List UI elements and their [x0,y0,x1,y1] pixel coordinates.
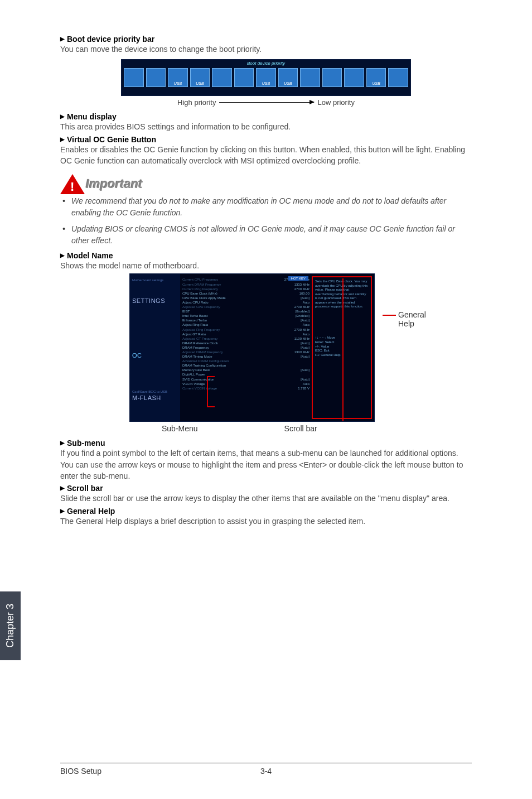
important-label: Important [86,177,142,191]
heading-general: General Help [60,507,472,516]
boot-device-icon: USB [366,68,386,87]
nav-hints: ↑↓→←: MoveEnter: Select+/-: ValueESC: Ex… [315,336,369,358]
boot-device-icon [212,68,232,87]
heading-model: Model Name [60,251,472,260]
boot-priority-bar: Boot device priority USBUSBUSBUSBUSB [121,59,411,96]
warning-icon [60,174,85,194]
bios-setting-row: Adjust CPU RatioAuto [182,300,309,305]
bios-setting-row: DRAM Frequency[Auto] [182,345,309,350]
bios-setting-row: Adjusted GT Frequency1100 MHz [182,336,309,341]
boot-device-icon [234,68,254,87]
bios-setting-row: Current Ring Frequency2700 MHz [182,287,309,291]
chapter-tab: Chapter 3 [0,591,21,660]
boot-device-icon [388,68,408,87]
bios-setting-row: VCCIN VoltageAuto [182,382,309,386]
important-note-2: Updating BIOS or clearing CMOS is not al… [71,223,472,247]
hotkey-badge: HOT KEY [288,276,308,281]
left-settings: SETTINGS [132,297,178,304]
bios-left-bar: Motherboard settings SETTINGS OC Cool/Sa… [130,274,180,421]
heading-virtual: Virtual OC Genie Button [60,135,472,144]
boot-device-icon: USB [278,68,298,87]
general-help-box: Sets the CPU Base clock. You may overclo… [312,276,372,419]
bios-setting-row: CPU Base Clock (MHz)100.00 [182,291,309,296]
para-general: The General Help displays a brief descri… [60,516,472,527]
scrollbar-highlight [342,278,344,421]
boot-device-icon [124,68,144,87]
footer-title: BIOS Setup [60,767,101,776]
bios-setting-row: DRAM Training Configuration [182,363,309,368]
scrollbar-caption: Scroll bar [284,424,317,433]
bios-screenshot: HOT KEY Motherboard settings SETTINGS OC… [129,273,375,422]
bios-settings-list: Current CPU Frequency27 x 100.00 MHzCurr… [180,274,312,421]
left-coolsave: Cool/Save BOC to USB [132,390,178,393]
bios-setting-row: Memory Fast Boot[Auto] [182,368,309,372]
bios-setting-row: Adjust GT RatioAuto [182,332,309,336]
bios-setting-row: Intel Turbo Boost[Enabled] [182,314,309,318]
boot-device-icon: USB [168,68,188,87]
bios-setting-row: Adjusted CPU Frequency2700 MHz [182,305,309,309]
bios-setting-row: Adjust Ring RatioAuto [182,323,309,327]
bios-setting-row: Current VCCIN Voltage1.728 V [182,386,309,391]
submenu-caption: Sub-Menu [162,424,198,433]
bios-setting-row: DRAM Reference Clock[Auto] [182,341,309,345]
footer-page: 3-4 [260,767,272,776]
priority-arrow [219,102,314,103]
para-model: Shows the model name of motherboard. [60,260,472,271]
low-priority-label: Low priority [317,98,354,107]
bios-setting-row: DigitALL Power [182,372,309,377]
left-motherboard: Motherboard settings [132,278,178,282]
bios-setting-row: Current DRAM Frequency1333 MHz [182,282,309,287]
bios-setting-row: SVID Communication[Auto] [182,377,309,382]
heading-scroll: Scroll bar [60,484,472,493]
heading-boot: Boot device priority bar [60,35,472,44]
heading-submenu: Sub-menu [60,439,472,447]
bios-figure: HOT KEY Motherboard settings SETTINGS OC… [104,273,428,433]
boot-device-icon [300,68,320,87]
boot-device-icon: USB [190,68,210,87]
page-footer: BIOS Setup 3-4 [60,763,472,776]
para-virtual: Enables or disables the OC Genie functio… [60,144,472,167]
para-boot: You can move the device icons to change … [60,44,472,55]
heading-menu: Menu display [60,112,472,121]
para-submenu: If you find a point symbol to the left o… [60,447,472,482]
submenu-highlight [207,376,215,407]
boot-device-icon [344,68,364,87]
boot-figure: Boot device priority USBUSBUSBUSBUSB Hig… [60,59,472,107]
boot-bar-title: Boot device priority [247,61,285,66]
high-priority-label: High priority [177,98,216,107]
bios-setting-row: EIST[Enabled] [182,309,309,314]
important-callout: Important [60,174,472,194]
general-help-label: General Help [398,310,428,328]
bios-setting-row: Adjusted Ring Frequency2700 MHz [182,328,309,332]
boot-device-icon [322,68,342,87]
bios-setting-row: CPU Base Clock Apply Mode[Auto] [182,296,309,300]
bios-setting-row: Advanced DRAM Configuration [182,359,309,363]
boot-device-icon [146,68,166,87]
para-scroll: Slide the scroll bar or use the arrow ke… [60,493,472,504]
left-mflash: M-FLASH [132,394,178,401]
left-oc: OC [132,352,178,359]
general-help-pointer [383,315,396,316]
important-note-1: We recommend that you do not to make any… [71,195,472,219]
para-menu: This area provides BIOS settings and inf… [60,121,472,132]
general-help-text: Sets the CPU Base clock. You may overclo… [315,280,369,309]
bios-setting-row: DRAM Timing Mode[Auto] [182,354,309,359]
bios-setting-row: Adjusted DRAM Frequency1333 MHz [182,350,309,354]
boot-device-icon: USB [256,68,276,87]
bios-setting-row: Enhanced Turbo[Auto] [182,318,309,323]
